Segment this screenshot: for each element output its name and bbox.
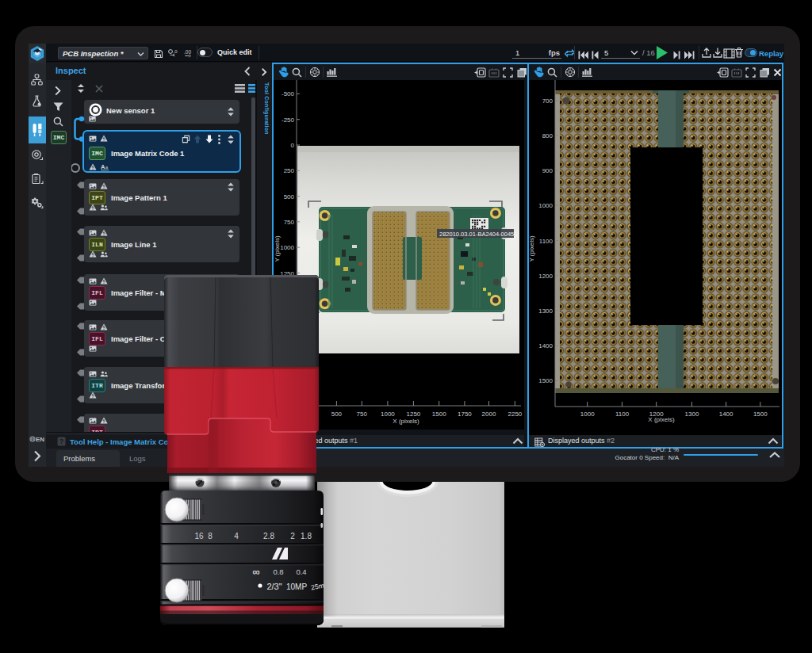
svg-text:.0: .0	[174, 49, 178, 54]
svg-text:1000: 1000	[381, 411, 395, 418]
svg-text:1000: 1000	[280, 244, 294, 251]
svg-text:2000: 2000	[482, 411, 496, 418]
svg-text:750: 750	[284, 219, 295, 226]
svg-text:800: 800	[542, 132, 553, 139]
svg-text:1400: 1400	[538, 342, 553, 349]
svg-text:X (pixels): X (pixels)	[648, 416, 675, 423]
svg-text:?: ?	[59, 437, 63, 445]
svg-text:2250: 2250	[508, 411, 523, 418]
svg-text:1200: 1200	[538, 273, 553, 280]
svg-text:1000: 1000	[580, 411, 595, 418]
svg-text:700: 700	[542, 97, 553, 105]
svg-text:0.8: 0.8	[273, 567, 283, 576]
svg-text:0.4: 0.4	[296, 567, 306, 576]
svg-text:8: 8	[208, 532, 213, 540]
svg-text:Y (pixels): Y (pixels)	[274, 235, 281, 262]
svg-text:1500: 1500	[432, 411, 446, 418]
svg-text:X (pixels): X (pixels)	[393, 418, 419, 425]
svg-text:750: 750	[357, 411, 368, 418]
svg-text:1300: 1300	[685, 411, 699, 418]
svg-text:2/3": 2/3"	[266, 582, 282, 591]
svg-text:250: 250	[284, 167, 295, 174]
svg-text:1250: 1250	[407, 411, 421, 418]
svg-text:10MP: 10MP	[286, 582, 307, 591]
svg-text:2.8: 2.8	[263, 532, 274, 540]
svg-text:.00: .00	[184, 49, 191, 55]
svg-text:1000: 1000	[538, 202, 553, 209]
svg-text:1300: 1300	[538, 307, 553, 315]
svg-text:500: 500	[331, 411, 343, 418]
svg-text:1.8: 1.8	[301, 532, 312, 540]
svg-text:∞: ∞	[252, 566, 259, 578]
svg-text:1500: 1500	[753, 411, 768, 418]
svg-text:1100: 1100	[615, 411, 630, 418]
svg-text:1750: 1750	[458, 411, 472, 418]
svg-text:1100: 1100	[539, 238, 553, 245]
svg-text:1400: 1400	[719, 411, 733, 418]
svg-text:282010.03.01-BA2404-00453: 282010.03.01-BA2404-00453	[439, 231, 517, 238]
svg-text:0: 0	[291, 142, 295, 149]
svg-text:4: 4	[234, 532, 239, 540]
svg-text:-250: -250	[282, 116, 295, 124]
svg-text:900: 900	[542, 167, 553, 174]
svg-text:-500: -500	[282, 90, 295, 97]
svg-text:Y (pixels): Y (pixels)	[529, 235, 535, 262]
svg-text:1500: 1500	[538, 377, 553, 384]
svg-text:500: 500	[284, 193, 295, 200]
svg-text:a: a	[105, 165, 109, 170]
svg-text:2: 2	[290, 532, 295, 540]
svg-text:16: 16	[194, 532, 204, 540]
